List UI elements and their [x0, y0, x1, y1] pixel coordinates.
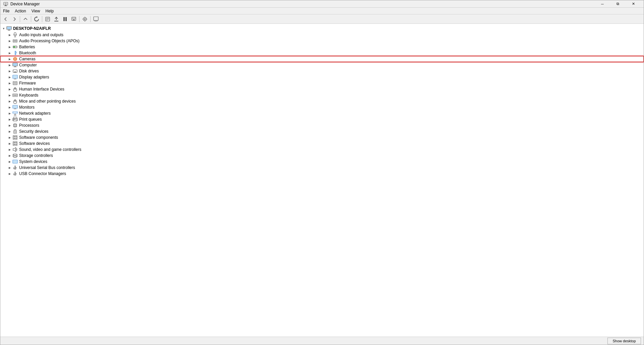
help-button[interactable]: [92, 15, 100, 23]
svg-rect-54: [14, 82, 14, 83]
system-expand[interactable]: ▶: [7, 159, 12, 164]
network-icon: [12, 111, 18, 116]
tree-item-usb[interactable]: ▶ Universal Serial Bus controllers: [0, 165, 644, 171]
cameras-icon: [12, 56, 18, 62]
processors-expand[interactable]: ▶: [7, 123, 12, 128]
tree-item-sound[interactable]: ▶ Sound, video and game controllers: [0, 147, 644, 153]
up-button[interactable]: [21, 15, 30, 23]
network-label: Network adapters: [19, 111, 51, 116]
print-icon: [12, 117, 18, 122]
svg-rect-53: [13, 81, 17, 85]
computer-expand[interactable]: ▶: [7, 62, 12, 68]
audio-inputs-icon: [12, 32, 18, 38]
menu-view[interactable]: View: [29, 8, 43, 14]
svg-point-35: [16, 41, 17, 42]
processors-label: Processors: [19, 123, 39, 128]
tree-item-storage[interactable]: ▶ Storage controllers: [0, 153, 644, 159]
keyboards-label: Keyboards: [19, 93, 38, 98]
root-item[interactable]: ▼ DESKTOP-N2AIFLR: [0, 25, 644, 32]
tree-item-keyboards[interactable]: ▶ Keyboards: [0, 92, 644, 98]
tree-item-system[interactable]: ▶ System devices: [0, 159, 644, 165]
usb-connectors-expand[interactable]: ▶: [7, 171, 12, 176]
tree-item-software-comp[interactable]: ▶ Software components: [0, 134, 644, 140]
svg-rect-107: [15, 142, 16, 143]
sound-expand[interactable]: ▶: [7, 147, 12, 152]
usb-connectors-label: USB Connector Managers: [19, 171, 66, 176]
svg-rect-64: [13, 95, 14, 95]
display-expand[interactable]: ▶: [7, 74, 12, 80]
usb-expand[interactable]: ▶: [7, 165, 12, 170]
disable-button[interactable]: [61, 15, 69, 23]
print-expand[interactable]: ▶: [7, 117, 12, 122]
svg-point-119: [15, 169, 15, 170]
restore-button[interactable]: ⧉: [610, 0, 626, 8]
audio-inputs-expand[interactable]: ▶: [7, 32, 12, 38]
svg-rect-9: [63, 17, 65, 21]
svg-rect-10: [65, 17, 67, 21]
network-expand[interactable]: ▶: [7, 111, 12, 116]
tree-item-monitors[interactable]: ▶ Monitors: [0, 104, 644, 110]
tree-item-cameras[interactable]: ▶ Cameras: [0, 56, 644, 62]
menu-action[interactable]: Action: [12, 8, 29, 14]
tree-item-audio-inputs[interactable]: ▶ Audio inputs and outputs: [0, 32, 644, 38]
tree-item-disk[interactable]: ▶ Disk drives: [0, 68, 644, 74]
monitors-expand[interactable]: ▶: [7, 105, 12, 110]
svg-rect-105: [13, 141, 17, 146]
bluetooth-expand[interactable]: ▶: [7, 50, 12, 56]
tree-item-hid[interactable]: ▶ Human Interface Devices: [0, 86, 644, 92]
tree-item-bluetooth[interactable]: ▶ Bluetooth: [0, 50, 644, 56]
storage-expand[interactable]: ▶: [7, 153, 12, 158]
refresh-button[interactable]: [33, 15, 41, 23]
menu-help[interactable]: Help: [43, 8, 57, 14]
tree-item-firmware[interactable]: ▶ Firmware: [0, 80, 644, 86]
tree-item-print[interactable]: ▶ Print queues: [0, 116, 644, 122]
svg-rect-0: [4, 2, 8, 5]
tree-item-software-dev[interactable]: ▶ Software devices: [0, 140, 644, 147]
security-expand[interactable]: ▶: [7, 129, 12, 134]
cameras-expand[interactable]: ▶: [7, 56, 12, 62]
tree-item-mice[interactable]: ▶ Mice and other pointing devices: [0, 98, 644, 104]
svg-rect-89: [14, 124, 16, 126]
forward-button[interactable]: [10, 15, 18, 23]
audio-apo-expand[interactable]: ▶: [7, 38, 12, 44]
tree-item-network[interactable]: ▶ Network adapters: [0, 110, 644, 116]
tree-item-computer[interactable]: ▶ Computer: [0, 62, 644, 68]
firmware-expand[interactable]: ▶: [7, 80, 12, 86]
show-desktop-button[interactable]: Show desktop: [607, 338, 641, 344]
system-icon: [12, 159, 18, 164]
svg-point-16: [84, 18, 86, 20]
menu-file[interactable]: File: [0, 8, 12, 14]
close-button[interactable]: ✕: [626, 0, 641, 8]
hid-expand[interactable]: ▶: [7, 87, 12, 92]
batteries-label: Batteries: [19, 45, 35, 49]
keyboards-expand[interactable]: ▶: [7, 93, 12, 98]
tree-item-usb-connectors[interactable]: ▶ USB Connector Managers: [0, 171, 644, 177]
tree-item-security[interactable]: ▶ Security devices: [0, 128, 644, 134]
software-comp-expand[interactable]: ▶: [7, 135, 12, 140]
svg-rect-83: [14, 115, 16, 115]
back-button[interactable]: [2, 15, 10, 23]
disk-expand[interactable]: ▶: [7, 68, 12, 74]
tree-item-audio-apo[interactable]: ▶ Audio Processing Objects (APOs): [0, 38, 644, 44]
svg-rect-2: [4, 6, 7, 6]
toolbar: [0, 14, 644, 24]
svg-rect-52: [14, 79, 16, 79]
software-dev-expand[interactable]: ▶: [7, 141, 12, 146]
display-label: Display adapters: [19, 75, 49, 79]
tree-item-processors[interactable]: ▶ Processors: [0, 122, 644, 128]
uninstall-button[interactable]: [70, 15, 78, 23]
update-driver-button[interactable]: [52, 15, 60, 23]
mice-expand[interactable]: ▶: [7, 99, 12, 104]
batteries-expand[interactable]: ▶: [7, 44, 12, 50]
tree-item-batteries[interactable]: ▶ Batteries: [0, 44, 644, 50]
minimize-button[interactable]: ─: [595, 0, 610, 8]
scan-hardware-button[interactable]: [81, 15, 89, 23]
svg-rect-45: [13, 63, 17, 66]
svg-point-34: [15, 41, 16, 42]
properties-button[interactable]: [44, 15, 52, 23]
root-expand-icon[interactable]: ▼: [1, 26, 6, 31]
bluetooth-icon: [12, 50, 18, 56]
svg-point-48: [15, 72, 15, 72]
svg-rect-65: [14, 95, 15, 95]
tree-item-display[interactable]: ▶ Display adapters: [0, 74, 644, 80]
